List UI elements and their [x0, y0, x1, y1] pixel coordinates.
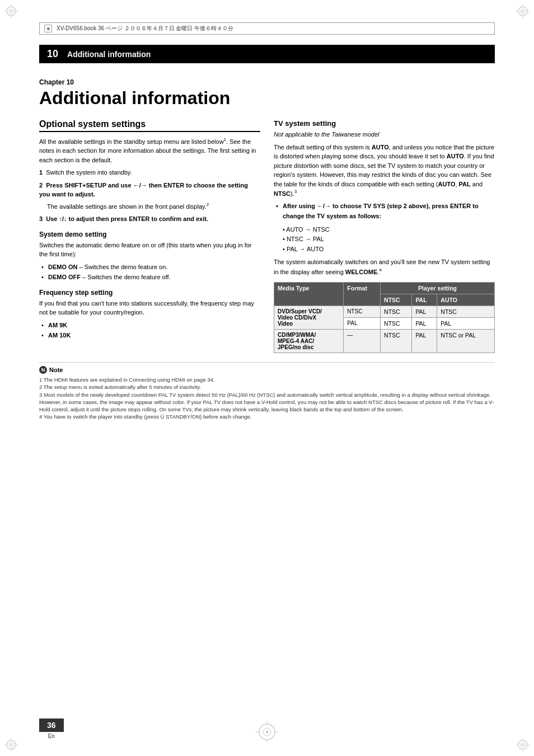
table-header-auto: AUTO [437, 294, 495, 306]
corner-decoration-tr [496, 4, 530, 38]
chapter-header-title: Additional information [67, 50, 151, 59]
table-cell-auto-3: NTSC or PAL [437, 329, 495, 353]
table-cell-auto-1: NTSC [437, 306, 495, 317]
system-demo-intro: Switches the automatic demo feature on o… [39, 241, 260, 259]
note-heading: N Note [39, 366, 495, 374]
table-cell-format-3: — [344, 329, 381, 353]
demo-off-item: DEMO OFF – Switches the demo feature off… [39, 273, 260, 282]
file-header: ⊕ XV-DV656.book 36 ページ ２００６年４月７日 金曜日 午後６… [39, 22, 495, 35]
tv-sys-bullet-section: After using ←/→ to choose TV SYS (step 2… [274, 201, 495, 254]
intro-paragraph: All the available settings in the standb… [39, 137, 260, 165]
file-icon: ⊕ [44, 25, 52, 32]
svg-point-23 [522, 744, 524, 746]
table-header-media: Media Type [274, 282, 344, 306]
frequency-step-heading: Frequency step setting [39, 289, 260, 297]
step-3-num: 3 [39, 215, 43, 222]
step-1: 1 Switch the system into standby. [39, 168, 260, 177]
intro-text: All the available settings in the standb… [39, 138, 224, 145]
step-2: 2 Press SHIFT+SETUP and use ←/→ then ENT… [39, 181, 260, 199]
step-2-num: 2 [39, 182, 43, 189]
table-cell-format-pal: PAL [344, 317, 381, 329]
note-icon: N [39, 366, 47, 374]
arrow-item-1: • AUTO → NTSC [283, 225, 495, 235]
table-header-format: Format [344, 282, 381, 306]
svg-point-9 [522, 11, 524, 12]
arrow-item-3: • PAL → AUTO [283, 245, 495, 255]
page-footer: 36 En [39, 719, 64, 739]
am-10k-item: AM 10K [39, 331, 260, 340]
footnote-2: 2 [207, 202, 209, 207]
table-row-1: DVD/Super VCD/Video CD/DivXVideo NTSC NT… [274, 306, 495, 317]
corner-decoration-bl [4, 718, 38, 752]
table-cell-pal-1: PAL [412, 306, 437, 317]
optional-settings-heading: Optional system settings [39, 119, 260, 132]
table-cell-format-ntsc: NTSC [344, 306, 381, 317]
main-content: Chapter 10 Additional information Option… [39, 67, 495, 711]
demo-on-item: DEMO ON – Switches the demo feature on. [39, 262, 260, 272]
chapter-number-badge: 10 [47, 48, 58, 60]
table-row-3: CD/MP3/WMA/MPEG-4 AAC/JPEG/no disc — NTS… [274, 329, 495, 353]
table-cell-pal-3: PAL [412, 329, 437, 353]
step-3: 3 Use ↑/↓ to adjust then press ENTER to … [39, 214, 260, 224]
chapter-header-bar: 10 Additional information [39, 45, 495, 63]
am-9k-item: AM 9K [39, 321, 260, 330]
system-demo-heading: System demo setting [39, 231, 260, 238]
note-item-1: 1 The HDMI features are explained in Con… [39, 376, 495, 383]
note-item-2: 2 The setup menu is exited automatically… [39, 383, 495, 391]
note-section: N Note 1 The HDMI features are explained… [39, 362, 495, 421]
step-1-num: 1 [39, 169, 43, 176]
table-cell-auto-2: PAL [437, 317, 495, 329]
right-column: TV system setting Not applicable to the … [274, 119, 495, 353]
frequency-step-intro: If you find that you can't tune into sta… [39, 299, 260, 317]
bottom-center-decoration [256, 721, 278, 745]
table-header-ntsc: NTSC [381, 294, 412, 306]
chapter-label: Chapter 10 [39, 78, 495, 86]
svg-point-2 [11, 11, 12, 12]
svg-point-30 [266, 731, 269, 734]
chapter-title: Additional information [39, 88, 495, 108]
left-column: Optional system settings All the availab… [39, 119, 260, 353]
tv-system-table: Media Type Format Player setting NTSC PA… [274, 282, 495, 353]
step-2-text: Press SHIFT+SETUP and use ←/→ then ENTER… [39, 182, 248, 198]
table-player-setting-header: Player setting [381, 282, 495, 294]
step-3-text: Use ↑/↓ to adjust then press ENTER to co… [46, 215, 208, 222]
table-header-pal: PAL [412, 294, 437, 306]
table-cell-ntsc-3: NTSC [381, 329, 412, 353]
table-cell-media-3: CD/MP3/WMA/MPEG-4 AAC/JPEG/no disc [274, 329, 344, 353]
step-2-extra: The available settings are shown in the … [47, 201, 260, 211]
arrow-list: • AUTO → NTSC • NTSC → PAL • PAL → AUTO [283, 225, 495, 255]
table-cell-ntsc-2: NTSC [381, 317, 412, 329]
table-cell-ntsc-1: NTSC [381, 306, 412, 317]
note-item-3: 3 Most models of the newly developed cou… [39, 391, 495, 414]
welcome-text: The system automatically switches on and… [274, 257, 495, 276]
note-label: Note [49, 367, 63, 373]
corner-decoration-br [496, 718, 530, 752]
step-1-text: Switch the system into standby. [46, 169, 132, 176]
svg-point-16 [11, 744, 12, 746]
page-lang: En [48, 733, 55, 739]
page-number: 36 [39, 719, 64, 732]
table-cell-pal-2: PAL [412, 317, 437, 329]
tv-system-intro: The default setting of this system is AU… [274, 143, 495, 199]
two-column-layout: Optional system settings All the availab… [39, 119, 495, 353]
arrow-item-2: • NTSC → PAL [283, 234, 495, 245]
file-header-text: XV-DV656.book 36 ページ ２００６年４月７日 金曜日 午後６時４… [57, 25, 233, 32]
note-item-4: 4 You have to switch the player into sta… [39, 413, 495, 420]
tv-sys-bullet-heading: After using ←/→ to choose TV SYS (step 2… [274, 201, 495, 221]
tv-system-heading: TV system setting [274, 119, 495, 128]
corner-decoration-tl [4, 4, 38, 38]
table-cell-media-1: DVD/Super VCD/Video CD/DivXVideo [274, 306, 344, 329]
tv-system-subtitle: Not applicable to the Taiwanese model [274, 130, 495, 139]
